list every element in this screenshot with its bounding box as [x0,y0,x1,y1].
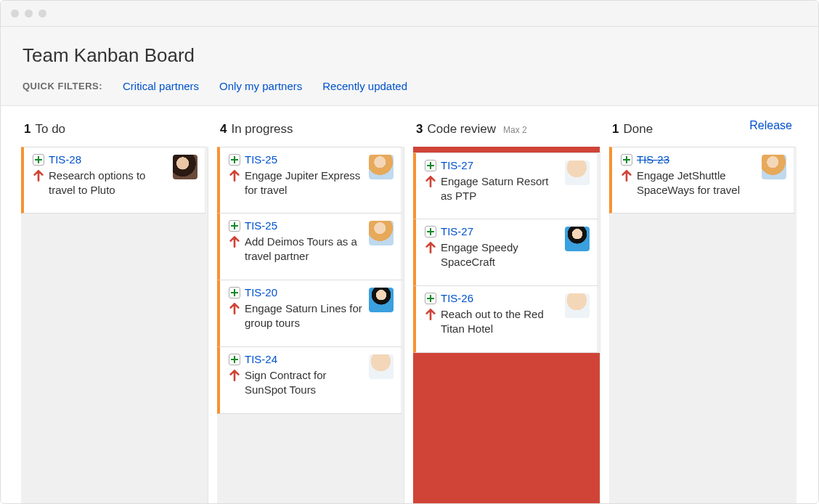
priority-high-icon [229,370,240,381]
svg-rect-5 [231,225,238,227]
assignee-avatar[interactable] [762,155,786,179]
column-max-label: Max 2 [503,125,527,135]
board-title: Team Kanban Board [23,44,796,67]
card-summary-row: Sign Contract for SunSpot Tours [229,368,363,397]
issue-key-link[interactable]: TIS-24 [245,353,277,365]
issue-key-link[interactable]: TIS-28 [49,153,81,166]
assignee-avatar[interactable] [369,221,394,245]
quick-filter-link[interactable]: Only my partners [219,80,302,92]
assignee-avatar[interactable] [173,155,197,179]
card-id-row: TIS-20 [229,286,363,298]
column-header: 3Code reviewMax 2 [413,113,600,147]
assignee-avatar[interactable] [369,288,394,312]
issue-card[interactable]: TIS-24 Sign Contract for SunSpot Tours [217,347,404,414]
assignee-avatar[interactable] [565,293,590,318]
issue-card[interactable]: TIS-27 Engage Speedy SpaceCraft [413,219,600,286]
window-minimize-button[interactable] [25,9,33,17]
card-summary-row: Add Deimos Tours as a travel partner [229,235,363,263]
issue-key-link[interactable]: TIS-25 [245,219,277,232]
issue-card[interactable]: TIS-25 Add Deimos Tours as a travel part… [217,214,404,280]
svg-rect-17 [623,159,630,160]
column-name: Done [623,122,653,137]
issue-card[interactable]: TIS-27 Engage Saturn Resort as PTP [413,153,600,219]
svg-rect-13 [427,231,434,232]
cards-container: TIS-25 Engage Jupiter Express for travel… [217,147,404,414]
story-icon [425,293,436,304]
priority-high-icon [425,176,436,187]
card-content: TIS-27 Engage Saturn Resort as PTP [425,159,559,208]
issue-card[interactable]: TIS-26 Reach out to the Red Titan Hotel [413,286,600,353]
story-icon [229,287,240,298]
priority-high-icon [229,303,240,314]
priority-high-icon [229,170,240,182]
assignee-avatar[interactable] [369,354,394,379]
wip-limit-overflow [413,353,600,503]
card-id-row: TIS-27 [425,159,559,171]
cards-container: TIS-28 Research options to travel to Plu… [21,147,208,214]
column-count: 3 [416,122,423,137]
column-body[interactable]: TIS-28 Research options to travel to Plu… [21,147,208,503]
card-summary-row: Engage Saturn Resort as PTP [425,174,559,203]
board-header: Team Kanban Board QUICK FILTERS: Critica… [1,27,818,106]
card-summary-row: Reach out to the Red Titan Hotel [425,307,559,336]
issue-card[interactable]: TIS-28 Research options to travel to Plu… [21,147,208,214]
card-id-row: TIS-24 [229,353,363,365]
issue-key-link[interactable]: TIS-20 [245,286,277,298]
assignee-avatar[interactable] [565,227,590,251]
priority-high-icon [621,170,632,182]
svg-rect-7 [231,292,238,293]
issue-card[interactable]: TIS-23 Engage JetShuttle SpaceWays for t… [609,147,796,214]
quick-filters-row: QUICK FILTERS: Critical partners Only my… [23,80,796,92]
issue-summary: Engage Saturn Resort as PTP [441,174,559,203]
issue-key-link[interactable]: TIS-27 [441,159,473,171]
column-body[interactable]: TIS-23 Engage JetShuttle SpaceWays for t… [609,147,796,503]
assignee-avatar[interactable] [565,160,590,185]
story-icon [229,220,240,232]
column-count: 1 [612,122,619,137]
story-icon [229,154,240,166]
quick-filter-link[interactable]: Recently updated [322,80,407,92]
priority-high-icon [33,170,44,182]
window-close-button[interactable] [11,9,19,17]
assignee-avatar[interactable] [369,155,394,179]
column-count: 1 [24,122,30,137]
card-summary-row: Engage Jupiter Express for travel [229,168,363,197]
priority-high-icon [229,236,240,248]
card-id-row: TIS-26 [425,292,559,304]
issue-key-link[interactable]: TIS-27 [441,225,473,237]
issue-summary: Engage JetShuttle SpaceWays for travel [637,168,756,197]
card-summary-row: Engage Saturn Lines for group tours [229,301,363,330]
card-content: TIS-26 Reach out to the Red Titan Hotel [425,292,559,342]
issue-key-link[interactable]: TIS-25 [245,153,277,166]
board-column: 1To do TIS-28 Research options to travel… [21,113,208,503]
column-body[interactable]: TIS-25 Engage Jupiter Express for travel… [217,147,404,503]
card-id-row: TIS-28 [33,153,167,166]
issue-key-link[interactable]: TIS-23 [637,153,669,166]
priority-high-icon [425,309,436,320]
story-icon [229,354,240,365]
issue-summary: Engage Jupiter Express for travel [245,168,363,197]
quick-filter-link[interactable]: Critical partners [123,80,199,92]
card-content: TIS-25 Engage Jupiter Express for travel [229,153,363,203]
cards-container: TIS-23 Engage JetShuttle SpaceWays for t… [609,147,796,214]
svg-rect-9 [231,359,238,360]
cards-container: TIS-27 Engage Saturn Resort as PTP TIS-2… [413,153,600,353]
card-summary-row: Research options to travel to Pluto [33,168,167,197]
column-body[interactable]: TIS-27 Engage Saturn Resort as PTP TIS-2… [413,147,600,503]
card-summary-row: Engage Speedy SpaceCraft [425,240,559,269]
issue-card[interactable]: TIS-20 Engage Saturn Lines for group tou… [217,280,404,347]
column-name: To do [35,122,65,137]
release-link[interactable]: Release [749,119,792,132]
svg-rect-11 [427,165,434,166]
issue-card[interactable]: TIS-25 Engage Jupiter Express for travel [217,147,404,214]
card-id-row: TIS-25 [229,153,363,166]
card-content: TIS-28 Research options to travel to Plu… [33,153,167,203]
window-maximize-button[interactable] [38,9,46,17]
issue-key-link[interactable]: TIS-26 [441,292,473,304]
window-titlebar [1,1,818,27]
card-content: TIS-23 Engage JetShuttle SpaceWays for t… [621,153,756,203]
card-id-row: TIS-27 [425,225,559,237]
column-count: 4 [220,122,227,137]
quick-filters-label: QUICK FILTERS: [23,81,102,92]
issue-summary: Research options to travel to Pluto [49,168,167,197]
